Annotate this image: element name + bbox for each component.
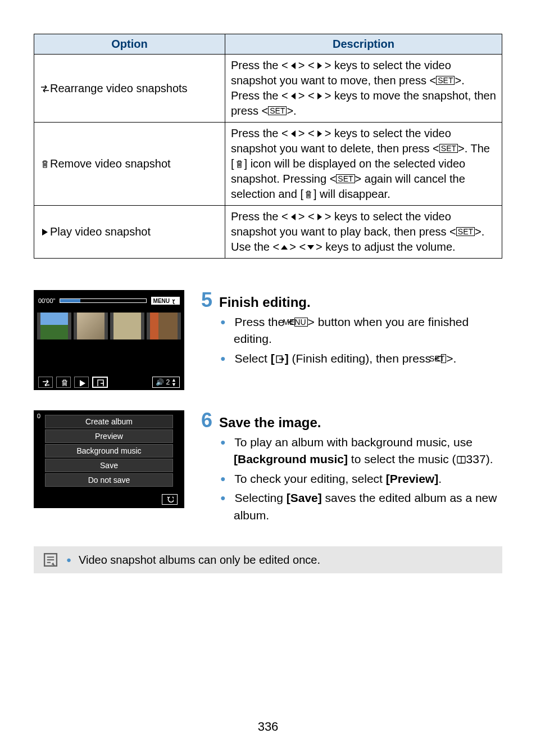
set-key-icon: SET — [436, 76, 455, 85]
option-cell-play: Play video snapshot — [34, 206, 225, 259]
t: Selecting — [235, 491, 287, 504]
step-6: 0 Create album Preview Background music … — [34, 410, 502, 526]
rearrange-icon — [42, 378, 49, 386]
timer-label: 00'00" — [38, 297, 55, 304]
back-button[interactable] — [162, 494, 178, 505]
rearrange-icon — [40, 84, 50, 94]
option-label: Remove video snapshot — [50, 157, 171, 170]
up-key-icon — [279, 242, 289, 252]
right-key-icon — [315, 61, 325, 71]
right-key-icon — [315, 212, 325, 222]
progress-bar — [60, 298, 146, 303]
table-row: Remove video snapshot Press the <> <> ke… — [34, 123, 502, 206]
table-row: Rearrange video snapshots Press the <> <… — [34, 55, 502, 123]
corner-label: 0 — [37, 413, 40, 419]
t: to select the music ( — [348, 452, 456, 465]
filmstrip-frame — [37, 313, 71, 339]
menu-item-bgmusic[interactable]: Background music — [45, 444, 173, 458]
option-cell-remove: Remove video snapshot — [34, 123, 225, 206]
desc-cell: Press the <> <> keys to select the video… — [225, 55, 502, 123]
menu-item-dontsave[interactable]: Do not save — [45, 473, 173, 487]
t: To check your editing, select — [234, 472, 386, 485]
t: > < — [289, 241, 306, 253]
volume-indicator[interactable]: 🔊 2 ▲▼ — [152, 377, 180, 388]
book-icon — [456, 455, 466, 465]
desc-cell: Press the <> <> keys to select the video… — [225, 123, 502, 206]
t: Press the < — [231, 210, 288, 223]
t: . — [438, 472, 442, 485]
t: [Preview] — [386, 472, 438, 485]
t: >. — [446, 352, 456, 365]
trash-icon — [60, 378, 67, 386]
return-icon — [166, 495, 174, 503]
t: > keys to adjust the volume. — [316, 241, 455, 253]
menu-item-preview[interactable]: Preview — [45, 429, 173, 443]
t: [Save] — [287, 491, 322, 504]
right-key-icon — [315, 91, 325, 101]
exit-icon — [96, 378, 104, 386]
page-ref: 337 — [466, 452, 486, 465]
t: >. — [287, 105, 296, 117]
menu-key-icon: MENU — [294, 318, 307, 327]
toolbar-delete[interactable] — [56, 377, 71, 388]
option-label: Rearrange video snapshots — [50, 82, 188, 94]
trash-icon — [234, 159, 244, 169]
step-title: Save the image. — [219, 415, 321, 431]
table-row: Play video snapshot Press the <> <> keys… — [34, 206, 502, 259]
t: Press the < — [231, 59, 288, 71]
step-number: 6 — [201, 410, 212, 431]
menu-button[interactable]: MENU — [151, 297, 180, 305]
right-key-icon — [315, 129, 325, 139]
exit-icon — [275, 354, 285, 364]
play-icon — [40, 227, 50, 237]
set-key-icon: SET — [439, 144, 458, 153]
filmstrip-frame — [74, 313, 108, 339]
t: (Finish editing), then press < — [289, 352, 441, 365]
down-key-icon — [306, 242, 316, 252]
t: > < — [298, 89, 315, 102]
updown-icon: ▲▼ — [171, 378, 176, 387]
toolbar-play[interactable] — [74, 377, 89, 388]
set-key-icon: SET — [441, 354, 446, 363]
step-number: 5 — [201, 290, 212, 310]
trash-icon — [303, 189, 314, 200]
volume-value: 2 — [166, 378, 170, 386]
filmstrip-frame — [110, 313, 144, 339]
note-icon — [43, 552, 58, 568]
bullet: Select [] (Finish editing), then press <… — [220, 350, 502, 367]
t: Select — [235, 352, 271, 365]
option-cell-rearrange: Rearrange video snapshots — [34, 55, 225, 123]
toolbar-rearrange[interactable] — [38, 377, 53, 388]
desc-cell: Press the <> <> keys to select the video… — [225, 206, 502, 259]
left-key-icon — [288, 61, 298, 71]
set-key-icon: SET — [268, 106, 287, 115]
menu-item-save[interactable]: Save — [45, 459, 173, 472]
bullet: Press the <MENU> button when you are fin… — [220, 314, 502, 348]
screenshot-save: 0 Create album Preview Background music … — [34, 410, 184, 508]
trash-icon — [40, 159, 50, 169]
t: ] will disappear. — [314, 188, 390, 200]
page-number: 336 — [34, 719, 502, 734]
t: To play an album with background music, … — [234, 436, 473, 449]
t: ). — [486, 452, 493, 465]
note-text: Video snapshot albums can only be edited… — [66, 554, 320, 567]
t: [Background music] — [234, 452, 348, 465]
menu-item-create-album[interactable]: Create album — [45, 415, 173, 428]
left-key-icon — [288, 129, 298, 139]
toolbar-finish[interactable] — [92, 377, 108, 388]
save-menu: Create album Preview Background music Sa… — [45, 415, 173, 488]
left-key-icon — [288, 91, 298, 101]
speaker-icon: 🔊 — [156, 378, 164, 386]
t: > < — [298, 127, 315, 139]
bullet: To check your editing, select [Preview]. — [220, 470, 502, 487]
t: > < — [298, 59, 315, 71]
set-key-icon: SET — [336, 174, 355, 183]
t: > < — [298, 210, 315, 223]
filmstrip — [34, 311, 184, 341]
filmstrip-frame — [147, 313, 181, 339]
t: [ — [271, 352, 275, 365]
t: Press the < — [231, 127, 288, 139]
play-icon — [78, 378, 85, 386]
step-5: 00'00" MENU 🔊 — [34, 290, 502, 390]
screenshot-edit: 00'00" MENU 🔊 — [34, 290, 184, 390]
